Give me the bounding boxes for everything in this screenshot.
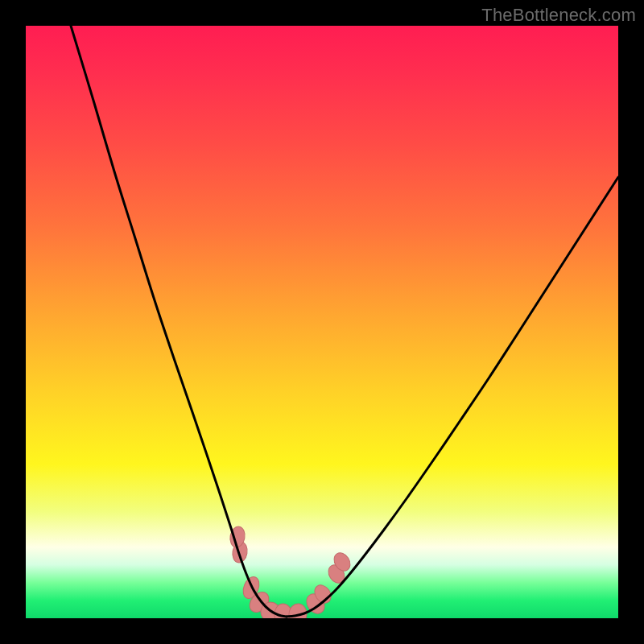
markers-group bbox=[229, 526, 353, 618]
left-branch-curve bbox=[71, 26, 287, 617]
plot-area bbox=[26, 26, 618, 618]
chart-overlay bbox=[26, 26, 618, 618]
watermark-text: TheBottleneck.com bbox=[481, 5, 636, 26]
chart-frame: TheBottleneck.com bbox=[0, 0, 644, 644]
right-branch-curve bbox=[287, 177, 618, 617]
